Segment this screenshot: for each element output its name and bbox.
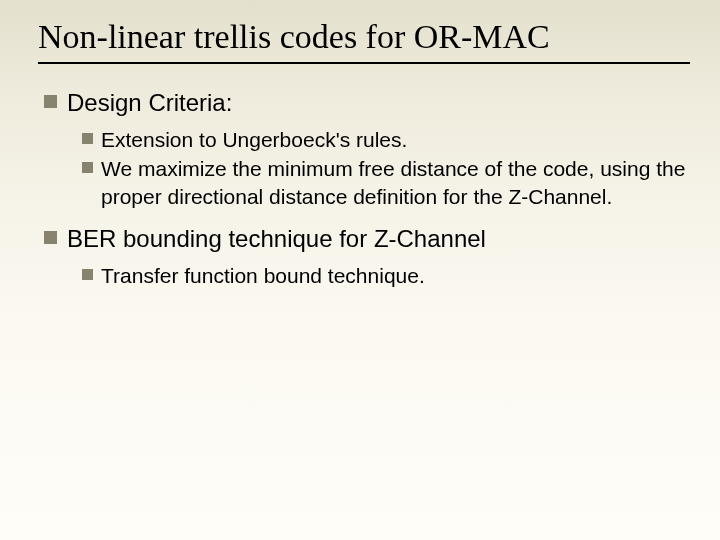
square-bullet-icon	[82, 162, 93, 173]
slide: Non-linear trellis codes for OR-MAC Desi…	[0, 0, 720, 540]
list-item-label: Transfer function bound technique.	[101, 262, 425, 289]
list-item-label: Extension to Ungerboeck's rules.	[101, 126, 407, 153]
sublist: Transfer function bound technique.	[82, 262, 690, 289]
list-item: Extension to Ungerboeck's rules.	[82, 126, 690, 153]
list-item: Transfer function bound technique.	[82, 262, 690, 289]
square-bullet-icon	[82, 133, 93, 144]
list-item: Design Criteria:	[44, 88, 690, 118]
square-bullet-icon	[44, 231, 57, 244]
list-item: We maximize the minimum free distance of…	[82, 155, 690, 210]
list-item-label: BER bounding technique for Z-Channel	[67, 224, 486, 254]
list-item: BER bounding technique for Z-Channel	[44, 224, 690, 254]
list-item-label: We maximize the minimum free distance of…	[101, 155, 690, 210]
sublist: Extension to Ungerboeck's rules. We maxi…	[82, 126, 690, 210]
square-bullet-icon	[82, 269, 93, 280]
list-item-label: Design Criteria:	[67, 88, 232, 118]
square-bullet-icon	[44, 95, 57, 108]
slide-title: Non-linear trellis codes for OR-MAC	[38, 18, 690, 64]
